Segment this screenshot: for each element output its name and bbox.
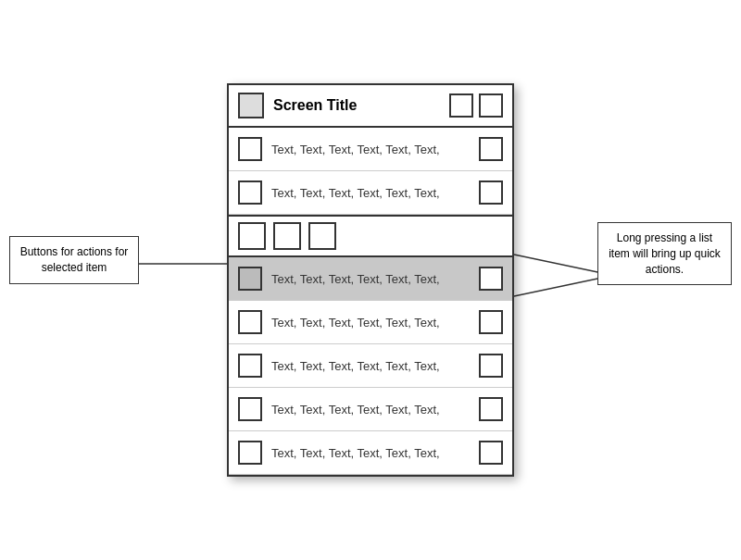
list-item-text: Text, Text, Text, Text, Text, Text, [271,446,470,460]
list-item-action-icon[interactable] [479,180,503,205]
list-item-checkbox [238,137,262,161]
list-item-checkbox [238,180,262,205]
list-item-action-icon[interactable] [479,354,503,378]
list-item-action-icon[interactable] [479,441,503,465]
list-item[interactable]: Text, Text, Text, Text, Text, Text, [229,344,512,388]
list-item[interactable]: Text, Text, Text, Text, Text, Text, [229,431,512,475]
svg-line-1 [514,278,602,296]
header-right-icon-2[interactable] [479,93,503,118]
svg-line-2 [514,255,602,273]
callout-right-text: Long pressing a list item will bring up … [609,231,721,276]
header-right-icon-1[interactable] [449,93,473,118]
list-item-checkbox [238,310,262,334]
list-item[interactable]: Text, Text, Text, Text, Text, Text, [229,301,512,344]
toolbar-button-1[interactable] [238,222,266,250]
list-item-text: Text, Text, Text, Text, Text, Text, [271,186,470,200]
list-item-checkbox [238,397,262,421]
list-item-checkbox [238,354,262,378]
list-item-action-icon[interactable] [479,137,503,161]
list-item[interactable]: Text, Text, Text, Text, Text, Text, [229,171,512,215]
list-item-action-icon-selected[interactable] [479,267,503,291]
diagram-container: Buttons for actions for selected item Sc… [0,0,741,560]
list-item-selected[interactable]: Text, Text, Text, Text, Text, Text, [229,257,512,301]
screen-title: Screen Title [273,97,444,114]
list-item-checkbox [238,441,262,465]
list-item[interactable]: Text, Text, Text, Text, Text, Text, [229,388,512,431]
list-item-text: Text, Text, Text, Text, Text, Text, [271,143,470,156]
header-left-icon [238,93,264,118]
list-item-text-selected: Text, Text, Text, Text, Text, Text, [271,272,470,286]
callout-left: Buttons for actions for selected item [9,236,139,284]
list-item-action-icon[interactable] [479,310,503,334]
list-item-text: Text, Text, Text, Text, Text, Text, [271,359,470,373]
list-item-text: Text, Text, Text, Text, Text, Text, [271,403,470,417]
toolbar-button-2[interactable] [273,222,301,250]
callout-left-text: Buttons for actions for selected item [20,245,129,274]
list-item-action-icon[interactable] [479,397,503,421]
list-item-checkbox-selected [238,267,262,291]
callout-right: Long pressing a list item will bring up … [597,222,732,285]
toolbar-button-3[interactable] [308,222,336,250]
action-toolbar [229,215,512,257]
phone-frame: Screen Title Text, Text, Text, Text, Tex… [227,83,514,477]
phone-header: Screen Title [229,85,512,128]
list-item[interactable]: Text, Text, Text, Text, Text, Text, [229,128,512,171]
list-item-text: Text, Text, Text, Text, Text, Text, [271,316,470,330]
